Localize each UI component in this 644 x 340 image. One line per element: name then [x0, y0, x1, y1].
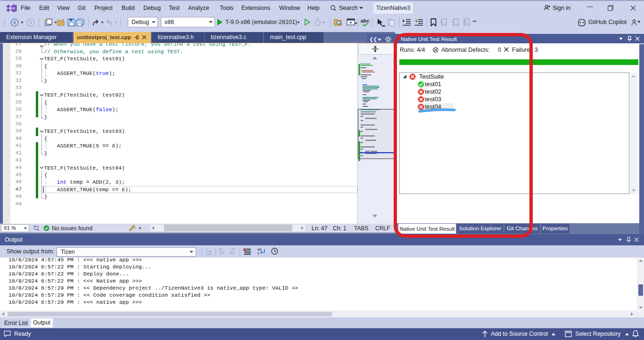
svg-text:c: c — [257, 251, 259, 255]
